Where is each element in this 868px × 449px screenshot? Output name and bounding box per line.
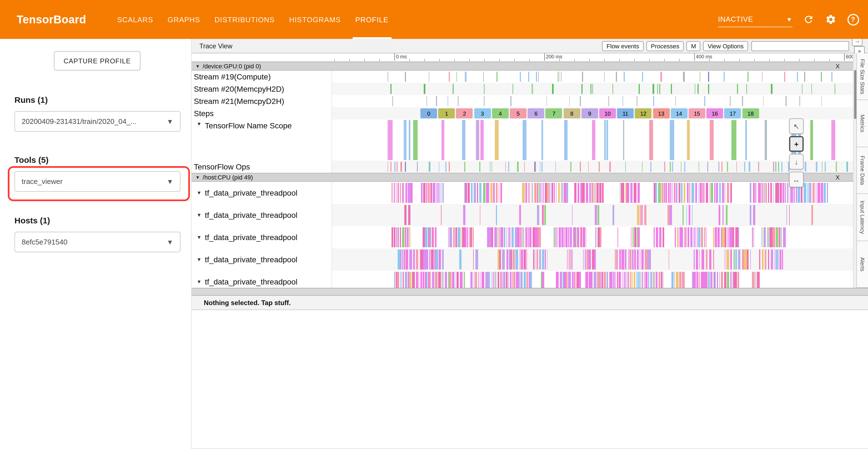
trace-search-input[interactable] (751, 41, 849, 51)
trace-event (771, 249, 773, 270)
trace-event (564, 120, 568, 160)
timing-tool-icon[interactable]: ↔ (789, 172, 804, 187)
collapse-caret-icon[interactable]: ▼ (196, 235, 202, 240)
step-chip[interactable]: 13 (653, 108, 670, 118)
trace-event (735, 227, 736, 247)
side-tab-metrics[interactable]: Metrics (857, 100, 868, 147)
trace-timeline[interactable]: 0 ms200 ms400 ms600 ▼/device:GPU:0 (pid … (192, 53, 853, 288)
view-options-button[interactable]: View Options (703, 41, 748, 51)
trace-event (583, 227, 585, 247)
step-chip[interactable]: 3 (474, 108, 491, 118)
trace-event (586, 183, 588, 203)
trace-event (748, 72, 748, 82)
step-chip[interactable]: 18 (742, 108, 759, 118)
track-chart[interactable] (332, 204, 853, 226)
step-chip[interactable]: 1 (438, 108, 455, 118)
side-tab-alerts[interactable]: Alerts (857, 241, 868, 288)
step-chip[interactable]: 4 (492, 108, 509, 118)
m-button[interactable]: M (686, 41, 700, 51)
track-chart[interactable] (332, 160, 853, 173)
tab-distributions[interactable]: DISTRIBUTIONS (208, 0, 282, 39)
process-header[interactable]: ▼/host:CPU (pid 49)X (192, 173, 853, 182)
process-header[interactable]: ▼/device:GPU:0 (pid 0)X (192, 62, 853, 70)
side-tab-input-latency[interactable]: Input Latency (857, 194, 868, 241)
capture-profile-button[interactable]: CAPTURE PROFILE (54, 51, 141, 70)
step-chip[interactable]: 7 (546, 108, 562, 118)
trace-event (668, 205, 670, 225)
step-chip[interactable]: 9 (582, 108, 598, 118)
flow-events-button[interactable]: Flow events (602, 41, 643, 51)
vertical-scrollbar[interactable] (853, 53, 856, 288)
trace-event (589, 183, 591, 203)
tab-histograms[interactable]: HISTOGRAMS (282, 0, 348, 39)
step-chip[interactable]: 11 (617, 108, 633, 118)
collapse-caret-icon[interactable]: ▼ (196, 279, 202, 285)
trace-event (412, 272, 414, 288)
trace-event (625, 162, 626, 172)
collapse-caret-icon[interactable]: ▼ (196, 190, 202, 196)
ruler-tick (634, 59, 635, 61)
track-chart[interactable] (332, 83, 853, 95)
trace-event (483, 72, 484, 82)
collapse-caret-icon[interactable]: ▼ (196, 212, 202, 218)
status-dropdown[interactable]: INACTIVE ▼ (718, 12, 793, 27)
tab-graphs[interactable]: GRAPHS (160, 0, 208, 39)
trace-event (563, 272, 564, 288)
track-chart[interactable] (332, 182, 853, 204)
track-chart[interactable] (332, 95, 853, 107)
refresh-icon[interactable] (803, 13, 815, 26)
tab-profile[interactable]: PROFILE (348, 0, 396, 39)
track-chart[interactable] (332, 119, 853, 160)
tab-scalars[interactable]: SCALARS (110, 0, 160, 39)
trace-event (658, 183, 661, 203)
trace-event (695, 227, 696, 247)
scrollbar-thumb[interactable] (854, 70, 856, 119)
step-chip[interactable]: 17 (724, 108, 741, 118)
track-chart[interactable] (332, 248, 853, 271)
gear-icon[interactable] (825, 13, 837, 26)
trace-event (528, 72, 529, 82)
trace-event (559, 72, 559, 82)
track-chart[interactable] (332, 70, 853, 83)
processes-button[interactable]: Processes (646, 41, 684, 51)
runs-dropdown[interactable]: 20200409-231431/train/2020_04_... ▼ (14, 111, 181, 132)
trace-event (500, 183, 502, 203)
step-chip[interactable]: 6 (528, 108, 544, 118)
trace-event (762, 249, 764, 270)
track-chart[interactable] (332, 226, 853, 248)
close-icon[interactable]: X (836, 63, 840, 69)
side-tab-file-size-stats[interactable]: File Size Stats (857, 53, 868, 100)
trace-event (566, 227, 567, 247)
step-chip[interactable]: 15 (689, 108, 705, 118)
step-chip[interactable]: 8 (563, 108, 580, 118)
track-chart[interactable]: 0123456789101112131415161718 (332, 107, 853, 119)
step-chip[interactable]: 12 (635, 108, 652, 118)
collapse-caret-icon[interactable]: ▼ (196, 121, 202, 127)
trace-event (439, 162, 439, 172)
step-chip[interactable]: 2 (456, 108, 473, 118)
trace-event (789, 205, 790, 225)
track-chart[interactable] (332, 271, 853, 288)
trace-event (525, 227, 527, 247)
trace-event (779, 249, 781, 270)
trace-event (608, 96, 610, 106)
hosts-dropdown[interactable]: 8efc5e791540 ▼ (14, 232, 181, 252)
select-tool-icon[interactable]: ↖ (789, 118, 804, 134)
collapse-caret-icon[interactable]: ▼ (196, 257, 202, 262)
tools-dropdown[interactable]: trace_viewer ▼ (14, 171, 181, 192)
trace-event (540, 183, 542, 203)
trace-event (424, 249, 426, 270)
zoom-tool-icon[interactable]: + (789, 136, 804, 152)
pan-tool-icon[interactable]: ↓ (789, 154, 804, 170)
step-chip[interactable]: 14 (671, 108, 687, 118)
step-chip[interactable]: 5 (510, 108, 526, 118)
step-chip[interactable]: 16 (706, 108, 723, 118)
step-chip[interactable]: 10 (599, 108, 616, 118)
step-chip[interactable]: 0 (421, 108, 437, 118)
close-icon[interactable]: X (836, 174, 840, 181)
trace-event (531, 272, 532, 288)
panel-splitter[interactable] (192, 288, 868, 296)
help-icon[interactable]: ? (847, 13, 859, 26)
side-tab-frame-data[interactable]: Frame Data (857, 147, 868, 194)
trace-event (648, 249, 650, 270)
